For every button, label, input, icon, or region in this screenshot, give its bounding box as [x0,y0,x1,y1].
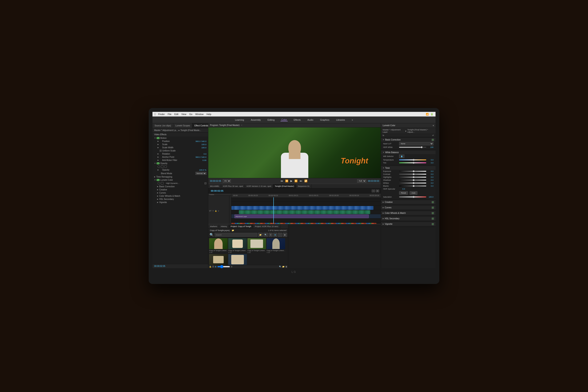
scale-width-triangle[interactable]: ▶ [157,146,159,148]
nav-effects[interactable]: Effects [293,118,301,121]
blend-mode-row[interactable]: Blend Mode Normal [152,172,208,175]
curves-triangle[interactable]: ▶ [157,192,158,194]
anti-flicker-row[interactable]: ▶ Anti-flicker Filter 0.00 [152,158,208,162]
reset-fx-btn[interactable]: ↺ [432,134,434,136]
breadcrumb-master[interactable]: Master * Adjustment La... [154,129,178,132]
project-folder-btn[interactable]: 📁 [282,266,285,268]
opacity-value[interactable]: 100.0 % [199,169,206,171]
vignette-sub-row[interactable]: ▶ Vignette [152,201,208,204]
tab-source[interactable]: Source: (no clips) [152,123,173,128]
search-btn[interactable]: 🔍 [263,233,268,237]
basic-correction-title[interactable]: ▼ Basic Correction ✓ [381,138,436,142]
file-menu[interactable]: File [168,113,171,116]
anchor-y-value[interactable]: 540.0 [201,156,206,158]
timeline-tab-2[interactable]: KOR Version 2 15 sec. spot [245,184,273,188]
uniform-scale-row[interactable]: ✓ Uniform Scale [152,149,208,152]
timeline-tab-0[interactable]: 961A69B1 [208,184,221,188]
uniform-scale-checkbox[interactable]: ✓ [160,150,161,152]
motion-row[interactable]: ▼ fx Motion [152,136,208,140]
edit-menu[interactable]: Edit [174,113,178,116]
v6-track-content[interactable] [231,202,381,206]
input-lut-select[interactable]: None [399,142,433,145]
v4-clips[interactable] [239,210,370,214]
scale-width-value[interactable]: 100.0 [201,146,206,149]
scale-value[interactable]: 100.0 [201,143,206,146]
timeline-tab-4[interactable]: Sequence 01 [296,184,311,188]
nav-color[interactable]: Color [281,118,288,121]
rotation-row[interactable]: ▶ Rotation 0.0 [152,152,208,156]
creative-check[interactable]: ✓ [432,201,434,203]
v5-clips[interactable] [231,206,373,210]
position-triangle[interactable]: ▶ [157,140,159,142]
creative-triangle[interactable]: ▶ [157,189,158,191]
tab-effect-controls[interactable]: Effect Controls [192,123,210,128]
thumb-size-slider[interactable] [217,266,230,267]
list-item[interactable]: Copy of Tonight Linked... 1:10 [267,238,285,254]
opacity-value-row[interactable]: ▶ Opacity 100.0 % [152,168,208,172]
v1-track-content[interactable] [231,223,381,224]
basic-correction-triangle[interactable]: ▶ [157,186,158,188]
view-menu[interactable]: View [181,113,186,116]
hsl-check[interactable]: ✓ [432,218,434,220]
breadcrumb-sequence[interactable]: Tonight (Final Maste... [180,129,201,132]
v5-track-content[interactable] [231,206,381,210]
sort-btn[interactable]: ⋮ [278,233,282,237]
lumetri-section-row[interactable]: ▼ fx Lumetri Color [152,178,208,182]
thumb-img-5[interactable] [209,254,228,265]
exposure-slider[interactable] [399,171,426,172]
grid-view-btn[interactable]: ⊞ [273,233,277,237]
timeline-tool-btn[interactable]: ↔ [372,190,375,192]
saturation-slider[interactable] [399,196,426,197]
contrast-thumb[interactable] [413,173,415,175]
creative-toggle[interactable]: ▶ [383,201,384,203]
color-wheels-check[interactable]: ✓ [432,212,434,214]
position-y-value[interactable]: 540.0 [201,140,206,142]
highlights-slider[interactable] [399,177,426,178]
go-to-start-btn[interactable]: ⏮ [280,179,283,183]
project-search-input[interactable] [215,233,257,237]
saturation-thumb[interactable] [413,196,415,198]
new-folder-btn[interactable]: 📁 [258,233,263,237]
timeline-tab-3[interactable]: Tonight (Final Master) [273,184,296,188]
nav-audio[interactable]: Audio [307,118,314,121]
basic-correction-sub-row[interactable]: ▶ Basic Correction [152,185,208,188]
temperature-thumb[interactable] [413,159,415,161]
nav-editing[interactable]: Editing [267,118,275,121]
step-back-btn[interactable]: ⏪ [285,179,289,183]
anchor-row[interactable]: ▶ Anchor Point 960.0 540.0 [152,156,208,158]
timeline-tab-1[interactable]: KOR Plus 30 sec. spot [221,184,245,188]
tab-markers[interactable]: Markers [208,224,219,228]
tab-project[interactable]: Project: Copy of Tonigh [229,224,253,228]
basic-correction-toggle[interactable]: ▼ [383,139,384,141]
anti-flicker-triangle[interactable]: ▶ [157,159,159,161]
tint-slider[interactable] [399,162,426,163]
creative-title[interactable]: ▶ Creative ✓ [381,200,436,204]
v3-track-content[interactable]: Adjustment Layer [231,214,381,218]
finder-menu[interactable]: Finder [158,113,165,116]
motion-triangle[interactable]: ▼ [154,137,156,139]
hsl-title[interactable]: ▶ HSL Secondary ✓ [381,217,436,220]
time-remap-row[interactable]: ▶ Time Remapping [152,175,208,178]
blend-mode-select[interactable]: Normal [195,172,206,175]
nav-assembly[interactable]: Assembly [250,118,262,121]
position-row[interactable]: ▶ Position 960.0 540.0 [152,140,208,143]
project-list-btn[interactable]: ☰ [212,266,214,268]
reset-button[interactable]: Reset [399,191,408,195]
list-item[interactable]: Copy of Tonight Linked... 1:04 [209,238,228,254]
whites-slider[interactable] [399,182,426,184]
auto-button[interactable]: Auto [410,191,417,195]
list-item[interactable]: Copy of Tonight Linked... 0:19 [228,254,247,265]
thumb-img-4[interactable] [267,238,285,249]
rotation-triangle[interactable]: ▶ [157,153,159,155]
position-x-value[interactable]: 960.0 [195,140,200,142]
tone-title[interactable]: ▼ Tone [381,166,436,170]
opacity-section-row[interactable]: ▼ fx Opacity [152,162,208,165]
folder-icon[interactable]: 📁 [232,229,234,232]
lumetri-breadcrumb-sequence[interactable]: Tonight (Final Master) * Adjust... [407,128,434,133]
tint-thumb[interactable] [413,162,415,164]
blacks-thumb[interactable] [413,185,415,187]
tab-project-kor[interactable]: Project: KOR Plus 15 secc [253,224,280,228]
hsl-sub-row[interactable]: ▶ HSL Secondary [152,198,208,201]
project-delete-btn[interactable]: 🗑 [285,266,287,268]
list-item[interactable]: Copy of Tonight Linked... 1:22 [247,238,266,254]
